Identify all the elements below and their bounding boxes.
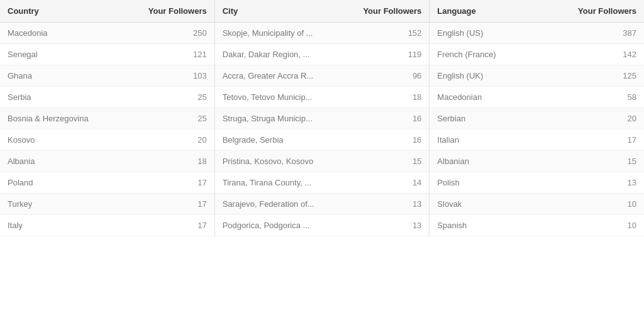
city-followers-cell: 119 xyxy=(341,44,429,65)
table-row: Dakar, Dakar Region, ...119 xyxy=(215,44,430,65)
country-name-cell: Bosnia & Herzegovina xyxy=(0,108,121,129)
city-followers-cell: 16 xyxy=(341,129,429,151)
table-row: French (France)142 xyxy=(430,44,644,65)
city-name-cell: Struga, Struga Municip... xyxy=(215,108,342,129)
table-row: Sarajevo, Federation of...13 xyxy=(215,194,430,215)
table-row: Pristina, Kosovo, Kosovo15 xyxy=(215,151,430,172)
table-row: Spanish10 xyxy=(430,215,644,236)
table-section-country: CountryYour FollowersMacedonia250Senegal… xyxy=(0,0,215,236)
language-followers-cell: 20 xyxy=(537,108,644,129)
language-followers-cell: 10 xyxy=(537,194,644,215)
table-row: Ghana103 xyxy=(0,65,214,87)
language-followers-cell: 142 xyxy=(537,44,644,65)
country-name-cell: Macedonia xyxy=(0,23,121,44)
language-followers-cell: 17 xyxy=(537,129,644,151)
table-row: Bosnia & Herzegovina25 xyxy=(0,108,214,129)
country-name-cell: Poland xyxy=(0,172,121,194)
language-name-cell: Polish xyxy=(430,172,537,194)
country-followers-cell: 250 xyxy=(121,23,214,44)
city-name-cell: Tetovo, Tetovo Municip... xyxy=(215,87,342,108)
language-name-cell: Serbian xyxy=(430,108,537,129)
language-col1-header: Language xyxy=(430,0,537,23)
city-name-cell: Belgrade, Serbia xyxy=(215,129,342,151)
city-followers-cell: 18 xyxy=(341,87,429,108)
table-row: Serbia25 xyxy=(0,87,214,108)
table-row: Turkey17 xyxy=(0,194,214,215)
city-name-cell: Podgorica, Podgorica ... xyxy=(215,215,342,236)
city-name-cell: Accra, Greater Accra R... xyxy=(215,65,342,87)
city-followers-cell: 14 xyxy=(341,172,429,194)
table-row: Podgorica, Podgorica ...13 xyxy=(215,215,430,236)
country-col2-header: Your Followers xyxy=(121,0,214,23)
table-row: Polish13 xyxy=(430,172,644,194)
country-name-cell: Senegal xyxy=(0,44,121,65)
city-name-cell: Dakar, Dakar Region, ... xyxy=(215,44,342,65)
language-name-cell: Albanian xyxy=(430,151,537,172)
language-followers-cell: 387 xyxy=(537,23,644,44)
city-followers-cell: 96 xyxy=(341,65,429,87)
table-row: Accra, Greater Accra R...96 xyxy=(215,65,430,87)
table-row: English (UK)125 xyxy=(430,65,644,87)
table-row: Struga, Struga Municip...16 xyxy=(215,108,430,129)
city-col1-header: City xyxy=(215,0,342,23)
city-name-cell: Pristina, Kosovo, Kosovo xyxy=(215,151,342,172)
country-followers-cell: 121 xyxy=(121,44,214,65)
table-row: Albanian15 xyxy=(430,151,644,172)
table-row: Slovak10 xyxy=(430,194,644,215)
table-row: Italian17 xyxy=(430,129,644,151)
table-language: LanguageYour FollowersEnglish (US)387Fre… xyxy=(430,0,644,236)
language-followers-cell: 13 xyxy=(537,172,644,194)
language-followers-cell: 125 xyxy=(537,65,644,87)
language-name-cell: French (France) xyxy=(430,44,537,65)
city-name-cell: Skopje, Municipality of ... xyxy=(215,23,342,44)
table-row: Tirana, Tirana County, ...14 xyxy=(215,172,430,194)
city-name-cell: Sarajevo, Federation of... xyxy=(215,194,342,215)
country-followers-cell: 20 xyxy=(121,129,214,151)
table-row: Kosovo20 xyxy=(0,129,214,151)
table-row: English (US)387 xyxy=(430,23,644,44)
country-followers-cell: 18 xyxy=(121,151,214,172)
table-section-city: CityYour FollowersSkopje, Municipality o… xyxy=(215,0,430,236)
table-row: Serbian20 xyxy=(430,108,644,129)
table-country: CountryYour FollowersMacedonia250Senegal… xyxy=(0,0,214,236)
table-row: Poland17 xyxy=(0,172,214,194)
country-followers-cell: 103 xyxy=(121,65,214,87)
language-followers-cell: 10 xyxy=(537,215,644,236)
country-name-cell: Kosovo xyxy=(0,129,121,151)
city-followers-cell: 152 xyxy=(341,23,429,44)
language-name-cell: English (UK) xyxy=(430,65,537,87)
language-name-cell: English (US) xyxy=(430,23,537,44)
table-section-language: LanguageYour FollowersEnglish (US)387Fre… xyxy=(430,0,644,236)
city-followers-cell: 15 xyxy=(341,151,429,172)
country-name-cell: Turkey xyxy=(0,194,121,215)
city-col2-header: Your Followers xyxy=(341,0,429,23)
city-name-cell: Tirana, Tirana County, ... xyxy=(215,172,342,194)
table-city: CityYour FollowersSkopje, Municipality o… xyxy=(215,0,430,236)
language-followers-cell: 15 xyxy=(537,151,644,172)
table-row: Albania18 xyxy=(0,151,214,172)
country-name-cell: Italy xyxy=(0,215,121,236)
country-followers-cell: 25 xyxy=(121,108,214,129)
country-name-cell: Albania xyxy=(0,151,121,172)
country-followers-cell: 17 xyxy=(121,172,214,194)
country-name-cell: Ghana xyxy=(0,65,121,87)
country-followers-cell: 17 xyxy=(121,194,214,215)
country-col1-header: Country xyxy=(0,0,121,23)
table-row: Belgrade, Serbia16 xyxy=(215,129,430,151)
table-row: Skopje, Municipality of ...152 xyxy=(215,23,430,44)
table-row: Tetovo, Tetovo Municip...18 xyxy=(215,87,430,108)
language-name-cell: Macedonian xyxy=(430,87,537,108)
city-followers-cell: 13 xyxy=(341,215,429,236)
language-col2-header: Your Followers xyxy=(537,0,644,23)
language-name-cell: Slovak xyxy=(430,194,537,215)
table-row: Macedonian58 xyxy=(430,87,644,108)
tables-wrapper: CountryYour FollowersMacedonia250Senegal… xyxy=(0,0,644,236)
table-row: Italy17 xyxy=(0,215,214,236)
country-followers-cell: 25 xyxy=(121,87,214,108)
table-row: Macedonia250 xyxy=(0,23,214,44)
language-name-cell: Spanish xyxy=(430,215,537,236)
country-name-cell: Serbia xyxy=(0,87,121,108)
country-followers-cell: 17 xyxy=(121,215,214,236)
city-followers-cell: 16 xyxy=(341,108,429,129)
language-followers-cell: 58 xyxy=(537,87,644,108)
